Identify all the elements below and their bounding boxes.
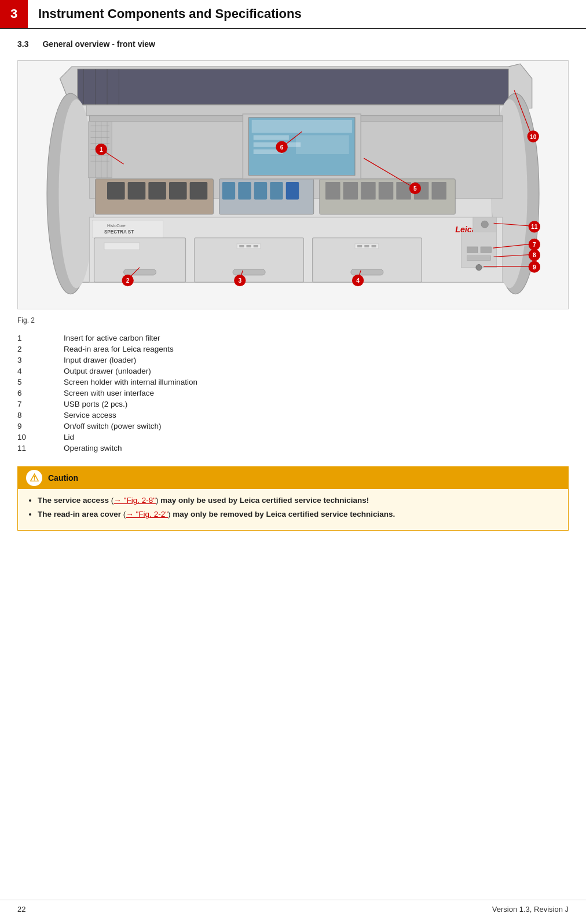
svg-text:9: 9	[533, 264, 536, 271]
caution-header: ⚠ Caution	[18, 467, 568, 489]
svg-text:5: 5	[413, 185, 417, 192]
svg-rect-29	[361, 182, 375, 200]
svg-rect-24	[270, 182, 283, 200]
svg-rect-22	[238, 182, 251, 200]
section-heading: 3.3 General overview - front view	[0, 29, 586, 54]
legend-number: 2	[17, 344, 64, 355]
legend-description: Screen with user interface	[64, 388, 197, 399]
svg-point-65	[476, 265, 482, 271]
fig-caption: Fig. 2	[0, 313, 586, 324]
version: Version 1.3, Revision J	[492, 905, 569, 914]
legend-description: Screen holder with internal illumination	[64, 377, 197, 388]
svg-rect-59	[364, 245, 369, 247]
svg-rect-58	[357, 245, 362, 247]
legend-number: 4	[17, 366, 64, 377]
legend-row: 5Screen holder with internal illuminatio…	[17, 377, 197, 388]
chapter-number: 3	[0, 0, 28, 28]
svg-rect-60	[372, 245, 376, 247]
svg-rect-30	[379, 182, 393, 200]
legend-row: 7USB ports (2 pcs.)	[17, 399, 197, 410]
legend-number: 9	[17, 421, 64, 432]
legend-row: 9On/off switch (power switch)	[17, 421, 197, 432]
svg-rect-21	[222, 182, 235, 200]
caution-item-2: The read-in area cover (→ "Fig. 2-2") ma…	[38, 509, 559, 520]
footer: 22 Version 1.3, Revision J	[0, 900, 586, 914]
legend-number: 5	[17, 377, 64, 388]
section-number: 3.3	[17, 39, 28, 49]
section-title: General overview - front view	[42, 39, 155, 49]
svg-rect-17	[148, 182, 166, 200]
svg-text:1: 1	[100, 147, 103, 153]
legend-row: 6Screen with user interface	[17, 388, 197, 399]
svg-rect-28	[343, 182, 358, 200]
svg-rect-53	[246, 245, 251, 247]
instrument-illustration: HistoCore SPECTRA ST Leica	[18, 61, 568, 309]
caution-title: Caution	[48, 473, 78, 483]
legend-row: 1Insert for active carbon filter	[17, 333, 197, 344]
svg-text:HistoCore: HistoCore	[107, 224, 126, 228]
svg-rect-64	[467, 255, 491, 260]
legend-row: 2Read-in area for Leica reagents	[17, 344, 197, 355]
svg-point-67	[481, 221, 488, 228]
svg-rect-56	[351, 269, 383, 275]
caution-box: ⚠ Caution The service access (→ "Fig. 2-…	[17, 466, 569, 531]
svg-rect-54	[254, 245, 258, 247]
legend-number: 11	[17, 443, 64, 454]
svg-text:2: 2	[126, 277, 130, 284]
svg-text:11: 11	[531, 224, 538, 230]
legend-description: Output drawer (unloader)	[64, 366, 197, 377]
svg-rect-47	[124, 269, 156, 275]
chapter-header: 3 Instrument Components and Specificatio…	[0, 0, 586, 29]
svg-text:8: 8	[533, 252, 536, 258]
svg-text:6: 6	[280, 144, 284, 151]
svg-rect-40	[296, 135, 349, 154]
legend-number: 6	[17, 388, 64, 399]
svg-rect-1	[78, 69, 508, 104]
page-number: 22	[17, 905, 25, 914]
svg-rect-52	[239, 245, 244, 247]
legend-description: USB ports (2 pcs.)	[64, 399, 197, 410]
legend-description: Lid	[64, 432, 197, 443]
svg-rect-36	[252, 120, 352, 133]
svg-text:3: 3	[238, 277, 241, 284]
svg-text:4: 4	[356, 277, 360, 284]
legend-number: 3	[17, 355, 64, 366]
caution-icon: ⚠	[26, 470, 42, 486]
caution-body: The service access (→ "Fig. 2-8") may on…	[18, 489, 568, 530]
svg-text:10: 10	[530, 134, 537, 140]
legend-row: 8Service access	[17, 410, 197, 421]
svg-rect-18	[169, 182, 187, 200]
svg-rect-15	[107, 182, 125, 200]
chapter-title: Instrument Components and Specifications	[28, 0, 312, 28]
svg-rect-37	[254, 135, 289, 140]
legend-description: Read-in area for Leica reagents	[64, 344, 197, 355]
legend-description: On/off switch (power switch)	[64, 421, 197, 432]
svg-rect-48	[104, 243, 140, 250]
legend-description: Service access	[64, 410, 197, 421]
legend-row: 11Operating switch	[17, 443, 197, 454]
legend-table: 1Insert for active carbon filter2Read-in…	[17, 333, 197, 454]
svg-rect-33	[431, 182, 446, 200]
legend-description: Input drawer (loader)	[64, 355, 197, 366]
svg-rect-62	[467, 247, 478, 253]
svg-rect-16	[128, 182, 146, 200]
svg-rect-23	[254, 182, 267, 200]
caution-item-1: The service access (→ "Fig. 2-8") may on…	[38, 495, 559, 506]
legend-number: 8	[17, 410, 64, 421]
legend-row: 3Input drawer (loader)	[17, 355, 197, 366]
svg-rect-25	[286, 182, 299, 200]
svg-rect-27	[325, 182, 340, 200]
legend-row: 4Output drawer (unloader)	[17, 366, 197, 377]
svg-rect-63	[481, 247, 491, 253]
legend-description: Insert for active carbon filter	[64, 333, 197, 344]
legend-number: 1	[17, 333, 64, 344]
svg-text:7: 7	[533, 242, 536, 248]
figure-container: HistoCore SPECTRA ST Leica	[17, 60, 569, 309]
legend-number: 10	[17, 432, 64, 443]
svg-rect-19	[190, 182, 208, 200]
svg-text:SPECTRA ST: SPECTRA ST	[104, 229, 134, 235]
legend-row: 10Lid	[17, 432, 197, 443]
legend-description: Operating switch	[64, 443, 197, 454]
svg-rect-50	[233, 269, 265, 275]
legend-number: 7	[17, 399, 64, 410]
